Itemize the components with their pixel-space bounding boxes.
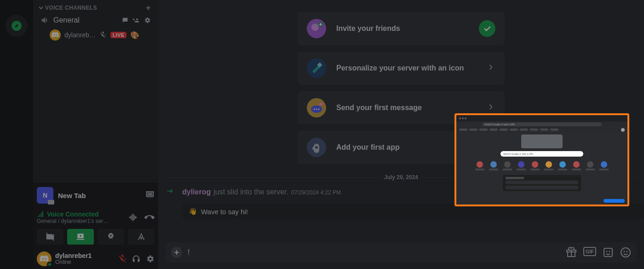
preview-search: Search Google or type a URL [500,151,583,157]
stream-preview-title: New Tab [58,192,141,199]
card-label: Send your first message [336,104,476,112]
message-author[interactable]: dylierog [182,188,211,196]
attach-button[interactable]: + [171,247,182,258]
gif-button[interactable]: GIF [583,247,596,256]
explore-servers-button[interactable] [6,15,28,37]
edit-channel-icon[interactable] [144,17,151,24]
open-chat-icon[interactable] [121,17,129,24]
composer-input[interactable]: ! [188,248,560,257]
activity-icon: 🎨 [130,31,139,40]
svg-point-8 [316,109,317,110]
svg-point-17 [621,248,630,257]
svg-point-15 [606,251,608,252]
stream-thumb-icon: N [37,187,53,204]
voice-channel-general[interactable]: General [37,14,155,27]
create-channel-button[interactable]: + [146,5,151,11]
discord-logo-icon [51,31,59,39]
sticker-icon[interactable] [603,247,614,258]
deafen-button[interactable] [132,254,141,263]
presence-indicator [47,262,52,267]
mute-button[interactable] [118,254,127,263]
video-button[interactable] [37,229,63,245]
noise-suppression-icon[interactable] [128,212,138,222]
user-panel[interactable]: dylanreber1 Online [33,248,158,269]
popout-stream-button[interactable] [145,190,155,201]
svg-point-9 [318,109,320,110]
message-icon: Hi! [307,98,326,117]
chevron-right-icon [486,102,495,111]
message-composer[interactable]: + ! GIF [166,242,637,263]
wave-emoji-icon: 👋 [189,207,197,216]
server-rail [0,0,33,269]
soundboard-icon [137,232,146,241]
voice-channel-path[interactable]: General / dylanreber1's ser… [37,218,109,224]
chevron-right-icon [486,63,495,72]
voice-action-bar [33,226,158,248]
gift-icon[interactable] [566,247,577,258]
muted-icon [99,31,107,39]
create-invite-icon[interactable] [132,17,140,24]
voice-channel-name: General [53,16,80,24]
section-label: VOICE CHANNELS [45,5,97,11]
channel-sidebar: VOICE CHANNELS + General d [33,0,158,269]
invite-icon [307,19,326,38]
user-status: Online [55,259,114,265]
voice-status-panel: Voice Connected General / dylanreber1's … [33,207,158,226]
onboard-personalize-card[interactable]: Personalize your server with an icon [298,52,505,85]
screen-share-button[interactable] [67,229,94,245]
svg-point-19 [627,251,628,252]
voice-user-name: dylanreb… [64,31,96,39]
wave-label: Wave to say hi! [201,208,248,216]
preview-doodle-icon [521,134,563,148]
card-label: Personalize your server with an icon [336,64,476,72]
signal-icon [37,211,44,218]
voice-channels-header[interactable]: VOICE CHANNELS + [37,0,155,13]
onboard-invite-card[interactable]: Invite your friends [298,12,505,45]
svg-text:Hi!: Hi! [320,103,322,105]
preview-omnibox: Search Google or type a URL [482,123,602,126]
svg-point-18 [624,251,625,252]
message-text: just slid into the server. [213,188,288,196]
user-settings-button[interactable] [145,254,155,263]
svg-point-13 [315,146,318,149]
rocket-icon [106,232,115,241]
svg-point-7 [314,109,315,110]
check-icon [479,20,495,37]
preview-customize-chip [604,199,625,203]
stream-preview-panel[interactable]: N New Tab [33,183,158,207]
screen-share-icon [76,232,85,241]
svg-rect-14 [604,248,612,257]
app-icon [307,138,326,157]
emoji-icon[interactable] [620,247,631,258]
avatar [37,251,52,266]
compass-icon [11,20,23,32]
voice-user-row[interactable]: dylanreb… LIVE 🎨 [37,28,155,42]
preview-profile-icon [621,128,625,132]
svg-point-16 [609,251,610,252]
join-arrow-icon [166,186,176,196]
svg-point-1 [311,23,319,31]
soundboard-button[interactable] [128,229,155,245]
card-label: Invite your friends [336,24,469,33]
video-off-icon [46,232,55,241]
disconnect-icon[interactable] [144,212,155,222]
avatar [50,29,61,41]
paint-icon [307,58,326,78]
speaker-icon [40,16,50,25]
activities-button[interactable] [98,229,124,245]
chevron-down-icon [39,6,43,10]
screen-share-preview[interactable]: Search Google or type a URL Search Googl… [454,113,629,206]
popout-icon [145,190,155,199]
voice-connection-status[interactable]: Voice Connected [37,211,109,218]
username: dylanreber1 [55,252,114,259]
live-badge: LIVE [110,32,127,38]
message-timestamp: 07/29/2024 4:22 PM [291,189,341,196]
